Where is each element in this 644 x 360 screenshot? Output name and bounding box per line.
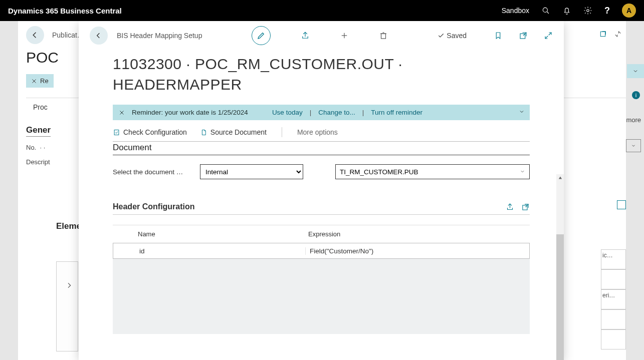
- bg-cell-fragment: eri…: [601, 289, 626, 309]
- bookmark-icon[interactable]: [494, 31, 503, 40]
- bg-window-controls: [599, 30, 622, 40]
- bg-reminder-pill[interactable]: Re: [26, 74, 54, 88]
- svg-line-16: [545, 36, 548, 39]
- edit-button[interactable]: [252, 26, 271, 45]
- scroll-thumb[interactable]: [556, 234, 564, 360]
- scroll-up-icon[interactable]: [556, 174, 564, 181]
- svg-line-1: [547, 12, 549, 14]
- svg-line-21: [526, 204, 529, 207]
- reminder-close-icon[interactable]: [119, 110, 125, 116]
- svg-rect-19: [114, 130, 119, 135]
- workdate-reminder: Reminder: your work date is 1/25/2024 Us…: [113, 105, 530, 120]
- svg-line-15: [549, 33, 551, 35]
- bg-popout-small-icon[interactable]: [617, 200, 626, 209]
- bg-row-arrow-icon: [65, 281, 73, 291]
- reminder-use-today-link[interactable]: Use today: [272, 109, 303, 116]
- open-new-window-icon[interactable]: [519, 31, 528, 40]
- bg-collapse-chevron[interactable]: [627, 64, 644, 78]
- grid-empty-area: [113, 259, 530, 334]
- grid-cell-name[interactable]: id: [135, 247, 306, 255]
- popout-icon[interactable]: [599, 30, 607, 40]
- reminder-text: Reminder: your work date is 1/25/2024: [132, 109, 248, 116]
- bg-grid-gutter: [56, 261, 78, 351]
- notifications-icon[interactable]: [562, 6, 571, 15]
- new-icon[interactable]: [340, 31, 349, 40]
- more-options-action[interactable]: More options: [297, 128, 338, 136]
- popout-section-icon[interactable]: [521, 203, 530, 211]
- app-title: Dynamics 365 Business Central: [8, 7, 122, 15]
- bg-cell-fragment: [601, 309, 626, 329]
- document-lookup-value: TI_RM_CUSTOMER.PUB: [340, 168, 418, 176]
- collapse-icon[interactable]: [614, 30, 622, 40]
- card-action-bar: Check Configuration Source Document More…: [113, 127, 530, 142]
- bg-dropdown-chevron[interactable]: [626, 139, 641, 152]
- grid-cell-expression[interactable]: Field("Customer/No"): [306, 247, 529, 255]
- settings-gear-icon[interactable]: [583, 6, 592, 15]
- grid-col-name[interactable]: Name: [135, 225, 305, 243]
- card-title: 11032300 · POC_RM_CUSTOMER.OUT · HEADERM…: [79, 50, 564, 97]
- card-breadcrumb: BIS Header Mapping Setup: [117, 32, 202, 40]
- delete-icon[interactable]: [379, 31, 388, 40]
- bg-cell-fragment: [601, 329, 626, 349]
- app-topbar: Dynamics 365 Business Central Sandbox ? …: [0, 0, 644, 21]
- grid-col-expression[interactable]: Expression: [305, 225, 530, 243]
- reminder-turn-off-link[interactable]: Turn off reminder: [371, 109, 422, 116]
- environment-badge: Sandbox: [502, 7, 529, 15]
- search-icon[interactable]: [541, 6, 550, 15]
- header-config-grid: Name Expression id Field("Customer/No"): [113, 225, 530, 334]
- svg-point-0: [543, 8, 547, 12]
- card-scrollbar[interactable]: [556, 174, 564, 360]
- bg-cell-fragment: [601, 269, 626, 289]
- select-document-label: Select the document …: [113, 168, 188, 176]
- saved-indicator: Saved: [438, 32, 467, 40]
- bg-grid-fragments: ic… eri…: [601, 200, 626, 349]
- source-document-action[interactable]: Source Document: [200, 128, 267, 136]
- share-icon[interactable]: [301, 31, 310, 40]
- document-section-heading: Document: [113, 142, 530, 155]
- bg-back-button[interactable]: [26, 26, 44, 44]
- grid-row[interactable]: id Field("Customer/No"): [113, 243, 529, 258]
- svg-point-2: [587, 10, 589, 12]
- document-lookup-field[interactable]: TI_RM_CUSTOMER.PUB: [335, 164, 530, 179]
- header-mapping-card: BIS Header Mapping Setup Saved 11032300 …: [79, 21, 564, 360]
- svg-line-14: [523, 33, 526, 36]
- card-back-button[interactable]: [90, 27, 108, 45]
- svg-rect-5: [600, 32, 605, 36]
- help-icon[interactable]: ?: [604, 6, 610, 16]
- user-avatar[interactable]: A: [622, 4, 636, 18]
- document-type-select[interactable]: Internal: [200, 164, 303, 179]
- bg-cell-fragment: ic…: [601, 249, 626, 269]
- header-config-heading: Header Configuration: [113, 202, 195, 211]
- share-section-icon[interactable]: [506, 203, 514, 211]
- svg-marker-22: [558, 177, 561, 179]
- reminder-expand-icon[interactable]: [519, 109, 525, 116]
- check-configuration-action[interactable]: Check Configuration: [113, 128, 187, 136]
- bg-section-general: Gener: [26, 125, 51, 137]
- svg-rect-10: [381, 34, 386, 39]
- lookup-chevron-icon[interactable]: [520, 168, 525, 176]
- bg-show-more[interactable]: more: [626, 116, 641, 124]
- reminder-change-to-link[interactable]: Change to...: [318, 109, 355, 116]
- bg-info-badge[interactable]: i: [632, 91, 640, 99]
- expand-icon[interactable]: [544, 31, 553, 40]
